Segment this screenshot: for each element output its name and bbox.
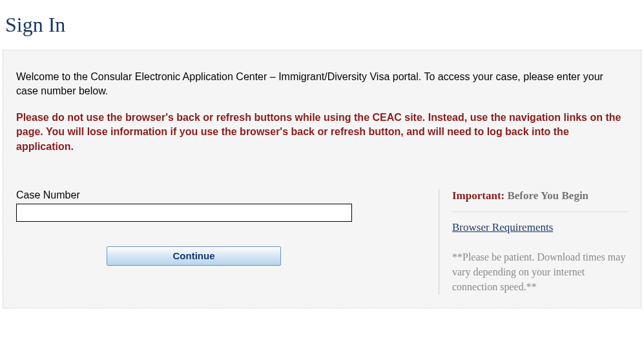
sidebar-column: Important: Before You Begin Browser Requ…	[439, 189, 628, 295]
form-row: Case Number Continue Important: Before Y…	[16, 189, 628, 295]
form-left-column: Case Number Continue	[16, 189, 439, 295]
case-number-input[interactable]	[16, 204, 352, 222]
welcome-text: Welcome to the Consular Electronic Appli…	[16, 70, 628, 99]
sidebar-important-heading: Important: Before You Begin	[452, 189, 628, 212]
important-rest: Before You Begin	[504, 189, 588, 202]
continue-button[interactable]: Continue	[107, 246, 281, 266]
warning-text: Please do not use the browser's back or …	[16, 111, 628, 154]
button-wrap: Continue	[16, 246, 426, 266]
content-panel: Welcome to the Consular Electronic Appli…	[3, 50, 641, 308]
case-number-label: Case Number	[16, 189, 426, 201]
sidebar-note: **Please be patient. Download times may …	[452, 250, 628, 295]
important-prefix: Important:	[452, 189, 504, 202]
page-title: Sign In	[0, 0, 644, 50]
browser-requirements-link[interactable]: Browser Requirements	[452, 221, 628, 234]
